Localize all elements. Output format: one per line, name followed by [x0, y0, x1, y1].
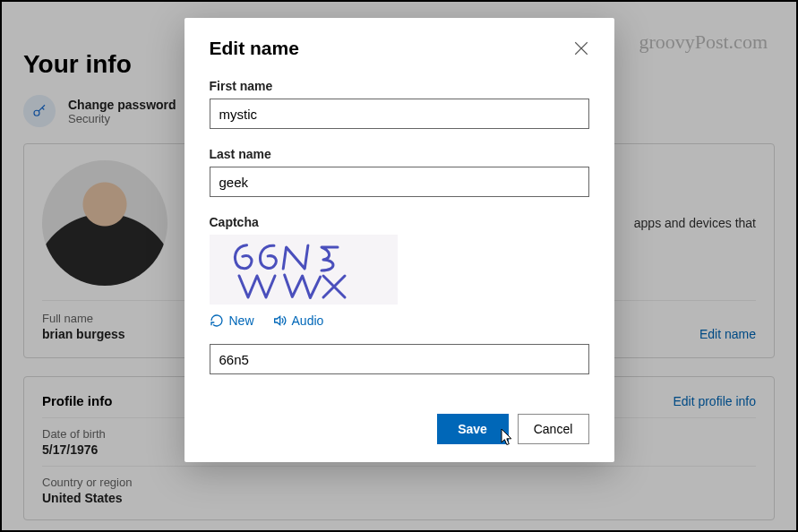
captcha-audio-label: Audio — [292, 313, 324, 328]
cursor-icon — [497, 427, 515, 449]
last-name-label: Last name — [210, 147, 589, 161]
captcha-label: Captcha — [210, 215, 589, 229]
save-button-label: Save — [458, 422, 487, 436]
audio-icon — [272, 313, 287, 328]
captcha-new-label: New — [229, 313, 254, 328]
captcha-input[interactable] — [210, 344, 589, 374]
close-icon[interactable] — [573, 40, 589, 56]
edit-name-dialog: Edit name First name Last name Captcha — [184, 18, 614, 462]
captcha-audio-button[interactable]: Audio — [272, 313, 324, 328]
captcha-new-button[interactable]: New — [210, 313, 254, 328]
dialog-title: Edit name — [210, 38, 299, 59]
cancel-button[interactable]: Cancel — [518, 414, 589, 444]
captcha-image — [210, 235, 398, 305]
first-name-label: First name — [210, 79, 589, 93]
refresh-icon — [210, 313, 224, 328]
last-name-field[interactable] — [210, 167, 589, 197]
save-button[interactable]: Save — [437, 414, 509, 444]
first-name-field[interactable] — [210, 99, 589, 129]
